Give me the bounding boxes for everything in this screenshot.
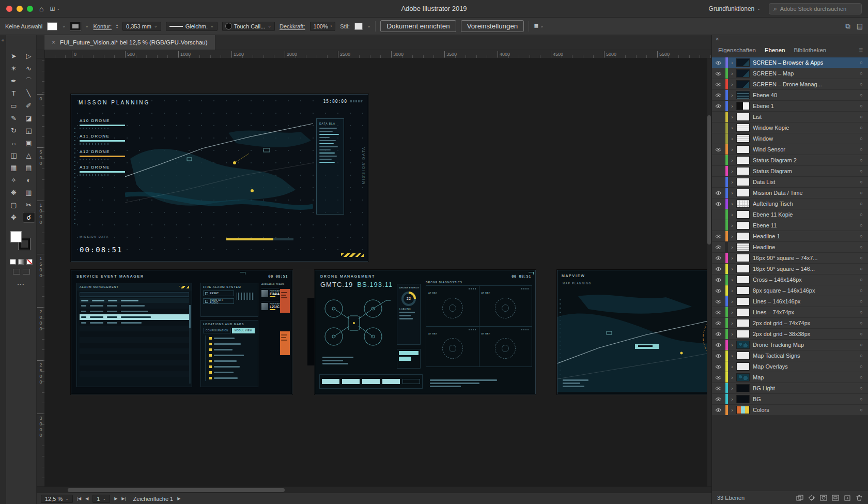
disclosure-chevron-icon[interactable]: › xyxy=(728,93,736,98)
disclosure-chevron-icon[interactable]: › xyxy=(728,320,736,326)
edit-toolbar-button[interactable]: ••• xyxy=(6,282,36,286)
gradient-tool[interactable]: ▤ xyxy=(23,162,35,173)
layer-row[interactable]: ›Data List○ xyxy=(712,177,868,188)
layer-target-icon[interactable]: ○ xyxy=(855,60,868,65)
preferences-button[interactable]: Voreinstellungen xyxy=(461,20,524,32)
vertical-ruler[interactable]: 050010001500200025003000 xyxy=(37,58,45,486)
layer-visibility-toggle[interactable] xyxy=(712,253,725,263)
disclosure-chevron-icon[interactable]: › xyxy=(728,386,736,391)
locate-object-icon[interactable] xyxy=(808,495,815,501)
disclosure-chevron-icon[interactable]: › xyxy=(728,245,736,250)
layer-row[interactable]: ›SCREEN – Map○ xyxy=(712,68,868,79)
rectangle-tool[interactable]: ▭ xyxy=(8,100,20,111)
disclosure-chevron-icon[interactable]: › xyxy=(728,331,736,337)
artboard-tool[interactable]: ▢ xyxy=(8,200,20,210)
disclosure-chevron-icon[interactable]: › xyxy=(728,82,736,87)
layer-row[interactable]: ›Map○ xyxy=(712,372,868,383)
layer-visibility-toggle[interactable] xyxy=(712,79,725,89)
zoom-level-select[interactable]: 12,5 % ⌄ xyxy=(41,495,73,503)
layer-target-icon[interactable]: ○ xyxy=(855,266,868,271)
layer-target-icon[interactable]: ○ xyxy=(855,190,868,195)
layer-visibility-toggle[interactable] xyxy=(712,188,725,198)
layer-row[interactable]: ›Colors○ xyxy=(712,405,868,416)
gradient-button[interactable] xyxy=(18,259,24,265)
disclosure-chevron-icon[interactable]: › xyxy=(728,136,736,142)
layer-row[interactable]: ›Mission Data / Time○ xyxy=(712,188,868,198)
new-layer-icon[interactable] xyxy=(844,495,851,501)
layer-target-icon[interactable]: ○ xyxy=(855,147,868,152)
layer-visibility-toggle[interactable] xyxy=(712,57,725,68)
layer-visibility-toggle[interactable] xyxy=(712,68,725,79)
layer-target-icon[interactable]: ○ xyxy=(855,93,868,98)
stock-search[interactable]: ⌕ xyxy=(769,3,862,14)
width-tool[interactable]: ↔ xyxy=(8,138,20,148)
layer-visibility-toggle[interactable] xyxy=(712,383,725,393)
layer-visibility-toggle[interactable] xyxy=(712,340,725,350)
layer-target-icon[interactable]: ○ xyxy=(855,223,868,228)
shaper-tool[interactable]: ✎ xyxy=(8,113,20,124)
shape-builder-tool[interactable]: ◫ xyxy=(8,150,20,161)
layer-target-icon[interactable]: ○ xyxy=(855,288,868,293)
free-transform-tool[interactable]: ▣ xyxy=(23,138,35,148)
layer-row[interactable]: ›Headline 1○ xyxy=(712,231,868,242)
layer-target-icon[interactable]: ○ xyxy=(855,342,868,347)
layer-row[interactable]: ›SCREEN – Drone Manag...○ xyxy=(712,79,868,90)
layer-target-icon[interactable]: ○ xyxy=(855,364,868,369)
layer-visibility-toggle[interactable] xyxy=(712,264,725,274)
layer-row[interactable]: ›Status Diagram○ xyxy=(712,166,868,177)
next-artboard-button[interactable]: ▶ xyxy=(114,496,117,501)
brush-definition-select[interactable]: Touch Call... ⌄ xyxy=(222,22,275,31)
layer-target-icon[interactable]: ○ xyxy=(855,353,868,358)
screen-mode-icon[interactable] xyxy=(23,269,30,274)
layer-visibility-toggle[interactable] xyxy=(712,285,725,296)
layer-row[interactable]: ›BG○ xyxy=(712,394,868,405)
panel-tab-bibliotheken[interactable]: Bibliotheken xyxy=(794,47,827,53)
stepper-down-icon[interactable]: ▾ xyxy=(116,26,118,29)
perspective-grid-tool[interactable]: △ xyxy=(23,150,35,161)
disclosure-chevron-icon[interactable]: › xyxy=(728,288,736,294)
layer-row[interactable]: ›Lines – 74x74px○ xyxy=(712,307,868,318)
layer-visibility-toggle[interactable] xyxy=(712,155,725,165)
chevron-down-icon[interactable]: ⌄ xyxy=(62,24,66,28)
disclosure-chevron-icon[interactable]: › xyxy=(728,125,736,131)
layer-target-icon[interactable]: ○ xyxy=(855,407,868,413)
stock-search-input[interactable] xyxy=(780,6,857,12)
layer-row[interactable]: ›2px dot grid – 38x38px○ xyxy=(712,329,868,340)
layer-target-icon[interactable]: ○ xyxy=(855,82,868,87)
disclosure-chevron-icon[interactable]: › xyxy=(728,60,736,66)
layer-visibility-toggle[interactable] xyxy=(712,350,725,361)
layer-visibility-toggle[interactable] xyxy=(712,242,725,252)
layer-row[interactable]: ›BG Light○ xyxy=(712,383,868,394)
layer-row[interactable]: ›16px 90° square – 146...○ xyxy=(712,264,868,274)
layer-target-icon[interactable]: ○ xyxy=(855,331,868,337)
layer-target-icon[interactable]: ○ xyxy=(855,277,868,282)
fill-swatch[interactable] xyxy=(10,231,22,242)
document-tab[interactable]: × FUI_Future_Vision.ai* bei 12,5 % (RGB/… xyxy=(44,35,215,50)
stroke-color-swatch[interactable] xyxy=(70,22,81,30)
disclosure-chevron-icon[interactable]: › xyxy=(728,299,736,304)
draw-normal-icon[interactable] xyxy=(13,269,20,274)
artboard-mapview[interactable]: MAPVIEW MAP PLANNING xyxy=(557,270,711,394)
pen-tool[interactable]: ✒ xyxy=(8,75,20,86)
line-segment-tool[interactable]: ╲ xyxy=(23,88,35,99)
layer-row[interactable]: ›Window Kopie○ xyxy=(712,123,868,133)
artboard-service-event-manager[interactable]: SERVICE EVENT MANAGER 00 08:51 ALARM MAN… xyxy=(71,270,292,394)
graphic-style-swatch[interactable] xyxy=(354,23,363,30)
disclosure-chevron-icon[interactable]: › xyxy=(728,190,736,196)
layer-visibility-toggle[interactable] xyxy=(712,231,725,241)
curvature-tool[interactable]: ⌒ xyxy=(23,75,35,86)
close-document-icon[interactable]: × xyxy=(52,39,55,46)
none-button[interactable] xyxy=(26,259,33,265)
disclosure-chevron-icon[interactable]: › xyxy=(728,310,736,315)
last-artboard-button[interactable]: ▶| xyxy=(121,496,126,501)
clipping-mask-icon[interactable] xyxy=(820,495,827,501)
layer-target-icon[interactable]: ○ xyxy=(855,396,868,402)
disclosure-chevron-icon[interactable]: › xyxy=(728,234,736,239)
delete-layer-icon[interactable] xyxy=(856,495,863,501)
artboard-mission-planning[interactable]: MISSON PLANNING 15:80:00 MISSION DATA A1… xyxy=(71,94,368,262)
disclosure-chevron-icon[interactable]: › xyxy=(728,114,736,120)
first-artboard-button[interactable]: |◀ xyxy=(77,496,81,501)
layer-visibility-toggle[interactable] xyxy=(712,123,725,133)
layer-visibility-toggle[interactable] xyxy=(712,372,725,383)
scale-tool[interactable]: ◱ xyxy=(23,125,35,136)
